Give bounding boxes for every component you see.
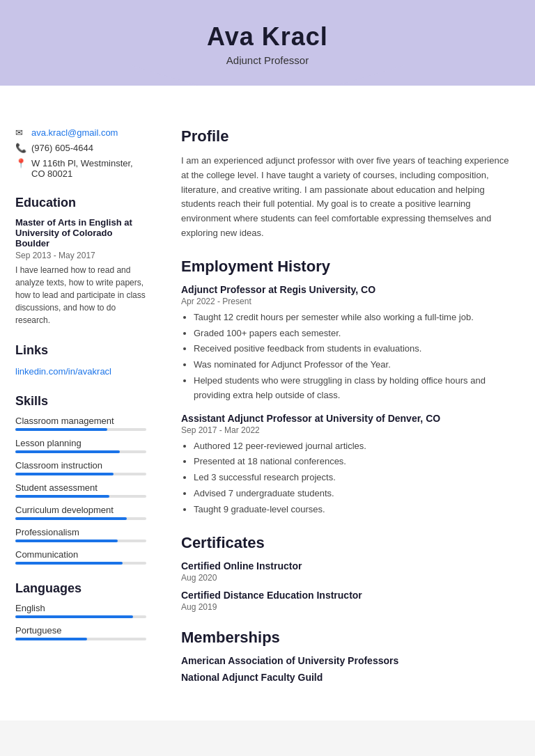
- job-bullet: Presented at 18 national conferences.: [194, 455, 514, 469]
- skill-item: Professionalism: [15, 527, 146, 542]
- job-bullets: Authored 12 peer-reviewed journal articl…: [181, 439, 514, 517]
- phone-text: (976) 605-4644: [31, 143, 93, 153]
- skill-bar-fill: [15, 473, 114, 475]
- job-date: Sep 2017 - Mar 2022: [181, 425, 514, 435]
- main-content: Profile I am an experienced adjunct prof…: [160, 120, 535, 720]
- job-bullet: Was nominated for Adjunct Professor of t…: [194, 358, 514, 372]
- address-text: W 116th Pl, Westminster, CO 80021: [31, 158, 146, 179]
- job-title: Adjunct Professor at Regis University, C…: [181, 284, 514, 295]
- skill-item: Lesson planning: [15, 438, 146, 453]
- address-icon: 📍: [15, 158, 26, 168]
- job-bullet: Helped students who were struggling in c…: [194, 374, 514, 403]
- skill-name: Professionalism: [15, 527, 146, 537]
- skill-bar-fill: [15, 495, 109, 498]
- email-link[interactable]: ava.kracl@gmail.com: [31, 127, 118, 138]
- skill-item: Classroom management: [15, 416, 146, 431]
- links-section: Links linkedin.com/in/avakracl: [15, 343, 146, 377]
- skill-name: Classroom management: [15, 416, 146, 426]
- language-bar-fill: [15, 638, 87, 640]
- membership-item: American Association of University Profe…: [181, 655, 514, 666]
- skill-name: Classroom instruction: [15, 460, 146, 471]
- profile-section-title: Profile: [181, 127, 514, 147]
- skill-bar-fill: [15, 517, 127, 520]
- job-bullet: Advised 7 undergraduate students.: [194, 487, 514, 501]
- languages-section: Languages English Portuguese: [15, 581, 146, 640]
- job-bullet: Taught 12 credit hours per semester whil…: [194, 310, 514, 325]
- language-bar-bg: [15, 615, 146, 618]
- certificate-item: Certified Online Instructor Aug 2020: [181, 560, 514, 583]
- contact-section: ✉ ava.kracl@gmail.com 📞 (976) 605-4644 📍…: [15, 127, 146, 179]
- skill-item: Curriculum development: [15, 505, 146, 520]
- language-bar-fill: [15, 615, 133, 618]
- skill-name: Lesson planning: [15, 438, 146, 448]
- skill-bar-fill: [15, 562, 123, 565]
- languages-title: Languages: [15, 581, 146, 596]
- job-bullet: Graded 100+ papers each semester.: [194, 326, 514, 341]
- job-bullet: Taught 9 graduate-level courses.: [194, 503, 514, 517]
- cert-title: Certified Online Instructor: [181, 560, 514, 572]
- skill-bar-bg: [15, 473, 146, 475]
- candidate-title: Adjunct Professor: [14, 54, 521, 66]
- skill-name: Communication: [15, 549, 146, 560]
- certificates-section: Certificates Certified Online Instructor…: [181, 534, 514, 612]
- job-item: Assistant Adjunct Professor at Universit…: [181, 413, 514, 517]
- body-layout: ✉ ava.kracl@gmail.com 📞 (976) 605-4644 📍…: [0, 120, 535, 720]
- cert-date: Aug 2019: [181, 602, 514, 612]
- education-description: I have learned how to read and analyze t…: [15, 264, 146, 326]
- job-date: Apr 2022 - Present: [181, 297, 514, 306]
- skill-name: Curriculum development: [15, 505, 146, 515]
- sidebar: ✉ ava.kracl@gmail.com 📞 (976) 605-4644 📍…: [0, 120, 160, 720]
- profile-section: Profile I am an experienced adjunct prof…: [181, 127, 514, 241]
- job-bullets: Taught 12 credit hours per semester whil…: [181, 310, 514, 403]
- job-item: Adjunct Professor at Regis University, C…: [181, 284, 514, 403]
- email-icon: ✉: [15, 127, 26, 138]
- skill-item: Classroom instruction: [15, 460, 146, 475]
- employment-section-title: Employment History: [181, 258, 514, 277]
- cert-date: Aug 2020: [181, 573, 514, 583]
- skill-bar-fill: [15, 540, 118, 542]
- job-bullet: Led 3 successful research projects.: [194, 471, 514, 485]
- language-name: English: [15, 603, 146, 613]
- skill-bar-bg: [15, 428, 146, 431]
- certificate-item: Certified Distance Education Instructor …: [181, 590, 514, 612]
- memberships-list: American Association of University Profe…: [181, 655, 514, 683]
- skill-bar-bg: [15, 495, 146, 498]
- employment-section: Employment History Adjunct Professor at …: [181, 258, 514, 517]
- certificates-section-title: Certificates: [181, 534, 514, 553]
- skill-item: Communication: [15, 549, 146, 565]
- jobs-list: Adjunct Professor at Regis University, C…: [181, 284, 514, 517]
- header: Ava Kracl Adjunct Professor: [0, 0, 535, 86]
- skill-item: Student assessment: [15, 482, 146, 498]
- languages-list: English Portuguese: [15, 603, 146, 640]
- links-title: Links: [15, 343, 146, 358]
- language-name: Portuguese: [15, 625, 146, 636]
- language-item: Portuguese: [15, 625, 146, 640]
- job-bullet: Authored 12 peer-reviewed journal articl…: [194, 439, 514, 454]
- skill-bar-bg: [15, 450, 146, 453]
- skills-title: Skills: [15, 394, 146, 409]
- skill-bar-fill: [15, 450, 120, 453]
- memberships-section-title: Memberships: [181, 629, 514, 648]
- education-section: Education Master of Arts in English at U…: [15, 196, 146, 326]
- skill-name: Student assessment: [15, 482, 146, 493]
- education-date: Sep 2013 - May 2017: [15, 251, 146, 260]
- linkedin-item: linkedin.com/in/avakracl: [15, 365, 146, 377]
- language-bar-bg: [15, 638, 146, 640]
- job-bullet: Received positive feedback from students…: [194, 342, 514, 356]
- address-item: 📍 W 116th Pl, Westminster, CO 80021: [15, 158, 146, 179]
- cert-title: Certified Distance Education Instructor: [181, 590, 514, 601]
- education-title: Education: [15, 196, 146, 210]
- certs-list: Certified Online Instructor Aug 2020 Cer…: [181, 560, 514, 612]
- education-degree: Master of Arts in English at University …: [15, 217, 146, 249]
- phone-item: 📞 (976) 605-4644: [15, 143, 146, 153]
- skill-bar-bg: [15, 517, 146, 520]
- linkedin-link[interactable]: linkedin.com/in/avakracl: [15, 366, 111, 377]
- candidate-name: Ava Kracl: [14, 22, 521, 52]
- skills-section: Skills Classroom management Lesson plann…: [15, 394, 146, 565]
- skills-list: Classroom management Lesson planning Cla…: [15, 416, 146, 565]
- memberships-section: Memberships American Association of Univ…: [181, 629, 514, 683]
- profile-text: I am an experienced adjunct professor wi…: [181, 154, 514, 241]
- resume-container: Ava Kracl Adjunct Professor ✉ ava.kracl@…: [0, 0, 535, 720]
- skill-bar-bg: [15, 562, 146, 565]
- language-item: English: [15, 603, 146, 618]
